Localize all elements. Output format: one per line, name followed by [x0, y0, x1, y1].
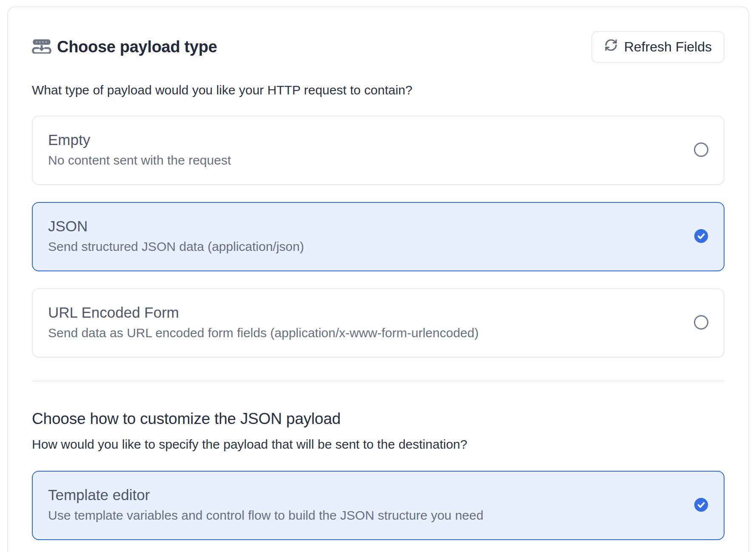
option-title: URL Encoded Form	[48, 303, 681, 322]
refresh-icon	[604, 38, 618, 55]
option-title: Empty	[48, 131, 681, 149]
customize-section-heading: Choose how to customize the JSON payload	[32, 409, 725, 429]
payload-type-question: What type of payload would you like your…	[32, 82, 725, 99]
option-text: Empty No content sent with the request	[48, 131, 681, 169]
customize-option-list: Template editor Use template variables a…	[32, 471, 725, 540]
payload-option-list: Empty No content sent with the request J…	[32, 116, 725, 358]
section-divider	[32, 381, 725, 381]
option-text: JSON Send structured JSON data (applicat…	[48, 217, 681, 255]
check-circle-icon[interactable]	[694, 229, 708, 243]
option-description: Send data as URL encoded form fields (ap…	[48, 324, 681, 341]
payload-option-url-encoded-form[interactable]: URL Encoded Form Send data as URL encode…	[32, 288, 725, 358]
payload-option-json[interactable]: JSON Send structured JSON data (applicat…	[32, 202, 725, 271]
payload-settings-panel: Choose payload type Refresh Fields What …	[7, 6, 749, 552]
option-text: Template editor Use template variables a…	[48, 486, 681, 524]
page-title: Choose payload type	[57, 38, 217, 56]
refresh-button-label: Refresh Fields	[624, 39, 712, 55]
radio-circle-icon[interactable]	[694, 315, 708, 330]
customize-option-template-editor[interactable]: Template editor Use template variables a…	[32, 471, 725, 540]
option-text: URL Encoded Form Send data as URL encode…	[48, 303, 681, 341]
panel-header: Choose payload type Refresh Fields	[32, 31, 725, 63]
check-circle-icon[interactable]	[694, 498, 708, 512]
title-wrap: Choose payload type	[32, 38, 217, 56]
option-description: No content sent with the request	[48, 152, 681, 169]
refresh-fields-button[interactable]: Refresh Fields	[591, 31, 725, 63]
payload-option-empty[interactable]: Empty No content sent with the request	[32, 116, 725, 185]
option-title: JSON	[48, 217, 681, 236]
option-description: Use template variables and control flow …	[48, 507, 681, 524]
radio-circle-icon[interactable]	[694, 142, 708, 157]
payload-tray-icon	[32, 39, 51, 55]
option-description: Send structured JSON data (application/j…	[48, 238, 681, 255]
customize-section-question: How would you like to specify the payloa…	[32, 436, 725, 453]
option-title: Template editor	[48, 486, 681, 504]
